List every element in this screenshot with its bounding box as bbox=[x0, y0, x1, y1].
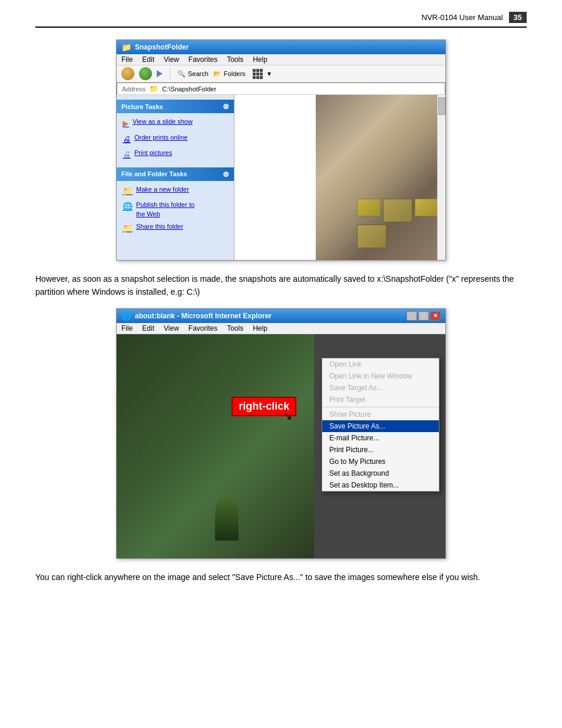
ctx-open-link[interactable]: Open Link bbox=[322, 358, 439, 370]
view-dropdown-icon[interactable]: ▾ bbox=[267, 70, 271, 78]
share-icon: 📁 bbox=[123, 223, 133, 235]
ctx-email-picture[interactable]: E-mail Picture... bbox=[322, 432, 439, 444]
back-button-icon[interactable] bbox=[121, 67, 134, 80]
ctx-show-picture[interactable]: Show Picture bbox=[322, 409, 439, 420]
menu-view[interactable]: View bbox=[164, 55, 179, 64]
plant-shape bbox=[215, 493, 239, 541]
print-icon: 🖨 bbox=[123, 149, 131, 161]
folder-titlebar-icon: 📁 bbox=[121, 42, 131, 52]
search-label: Search bbox=[188, 70, 209, 77]
box-3 bbox=[415, 199, 438, 216]
search-icon: 🔍 bbox=[177, 70, 186, 78]
explorer-titlebar: 📁 SnapshotFolder bbox=[117, 40, 445, 54]
publish-icon: 🌐 bbox=[123, 201, 133, 213]
scrollbar-thumb[interactable] bbox=[438, 97, 445, 115]
folders-icon: 📂 bbox=[213, 70, 222, 78]
ie-titlebar: 🌐 about:blank - Microsoft Internet Explo… bbox=[117, 309, 445, 323]
new-folder-icon: 📁 bbox=[123, 186, 133, 197]
address-folder-icon: 📁 bbox=[149, 84, 158, 93]
ie-window: 🌐 about:blank - Microsoft Internet Explo… bbox=[116, 308, 446, 559]
camera-feed bbox=[117, 334, 314, 558]
ie-body: right-click ↘ Open Link Open Link in New… bbox=[117, 334, 445, 558]
ie-menu-view[interactable]: View bbox=[164, 324, 179, 332]
ctx-set-background[interactable]: Set as Background bbox=[322, 467, 439, 479]
address-path[interactable]: C:\SnapshotFolder bbox=[162, 85, 216, 93]
ctx-open-link-new[interactable]: Open Link in New Window bbox=[322, 370, 439, 382]
view-icon[interactable] bbox=[253, 69, 263, 79]
ie-menu-file[interactable]: File bbox=[121, 324, 133, 332]
section-gap-1 bbox=[117, 163, 234, 167]
manual-title: NVR-0104 User Manual bbox=[422, 13, 503, 22]
folder-tasks-header: File and Folder Tasks ⊗ bbox=[117, 167, 234, 181]
explorer-menubar: File Edit View Favorites Tools Help bbox=[117, 54, 445, 65]
task-slideshow[interactable]: ▶ View as a slide show bbox=[117, 116, 234, 131]
explorer-photo bbox=[316, 95, 445, 260]
maximize-button[interactable]: □ bbox=[418, 311, 429, 321]
search-button[interactable]: 🔍 Search bbox=[177, 70, 209, 78]
folder-tasks-title: File and Folder Tasks bbox=[121, 170, 187, 177]
ie-icon: 🌐 bbox=[121, 311, 131, 321]
ie-window-controls: _ □ ✕ bbox=[406, 311, 441, 321]
menu-file[interactable]: File bbox=[121, 55, 133, 64]
task-new-folder-label: Make a new folder bbox=[136, 185, 189, 194]
ctx-go-my-pictures[interactable]: Go to My Pictures bbox=[322, 456, 439, 467]
picture-tasks-header: Picture Tasks ⊗ bbox=[117, 100, 234, 113]
explorer-sidebar: Picture Tasks ⊗ ▶ View as a slide show 🖨… bbox=[117, 95, 234, 260]
close-button[interactable]: ✕ bbox=[430, 311, 441, 321]
task-new-folder[interactable]: 📁 Make a new folder bbox=[117, 183, 234, 199]
page-header: NVR-0104 User Manual 35 bbox=[35, 12, 527, 28]
menu-help[interactable]: Help bbox=[253, 55, 267, 64]
task-print[interactable]: 🖨 Print pictures bbox=[117, 147, 234, 163]
minimize-button[interactable]: _ bbox=[406, 311, 417, 321]
task-order-label: Order prints online bbox=[134, 133, 188, 142]
ctx-save-target[interactable]: Save Target As... bbox=[322, 382, 439, 394]
body-paragraph-2: You can right-click anywhere on the imag… bbox=[35, 571, 527, 584]
task-slideshow-label: View as a slide show bbox=[133, 117, 193, 126]
body-paragraph-1: However, as soon as a snapshot selection… bbox=[35, 272, 527, 299]
folders-button[interactable]: 📂 Folders bbox=[213, 70, 246, 78]
address-bar: Address 📁 C:\SnapshotFolder bbox=[117, 83, 445, 95]
ie-menu-help[interactable]: Help bbox=[253, 324, 267, 332]
task-publish[interactable]: 🌐 Publish this folder tothe Web bbox=[117, 199, 234, 220]
toolbar-separator bbox=[170, 68, 170, 80]
explorer-toolbar: 🔍 Search 📂 Folders ▾ bbox=[117, 65, 445, 83]
explorer-window: 📁 SnapshotFolder File Edit View Favorite… bbox=[116, 39, 446, 261]
folders-label: Folders bbox=[224, 70, 246, 77]
ctx-set-desktop[interactable]: Set as Desktop Item... bbox=[322, 479, 439, 491]
ctx-sep-1 bbox=[322, 407, 439, 407]
menu-edit[interactable]: Edit bbox=[142, 55, 154, 64]
ctx-save-picture[interactable]: Save Picture As... bbox=[322, 420, 439, 432]
task-publish-label: Publish this folder tothe Web bbox=[136, 200, 194, 219]
ie-window-title: about:blank - Microsoft Internet Explore… bbox=[135, 312, 272, 320]
picture-tasks-title: Picture Tasks bbox=[121, 103, 163, 110]
ctx-print-target[interactable]: Print Target bbox=[322, 394, 439, 406]
folder-tasks-collapse[interactable]: ⊗ bbox=[223, 170, 229, 179]
ie-menu-edit[interactable]: Edit bbox=[142, 324, 154, 332]
explorer-window-title: SnapshotFolder bbox=[135, 43, 189, 51]
ie-menu-tools[interactable]: Tools bbox=[227, 324, 243, 332]
ie-menubar: File Edit View Favorites Tools Help bbox=[117, 323, 445, 334]
box-2 bbox=[383, 199, 412, 222]
ctx-print-picture[interactable]: Print Picture... bbox=[322, 444, 439, 456]
page-number: 35 bbox=[509, 12, 527, 23]
address-label: Address bbox=[122, 85, 146, 93]
cursor-arrow-icon: ↘ bbox=[283, 410, 292, 423]
task-share-label: Share this folder bbox=[136, 222, 183, 231]
task-order-prints[interactable]: 🖨 Order prints online bbox=[117, 131, 234, 147]
ie-menu-favorites[interactable]: Favorites bbox=[189, 324, 217, 332]
task-share[interactable]: 📁 Share this folder bbox=[117, 220, 234, 236]
order-prints-icon: 🖨 bbox=[123, 134, 131, 146]
picture-tasks-collapse[interactable]: ⊗ bbox=[223, 102, 229, 111]
context-menu: Open Link Open Link in New Window Save T… bbox=[322, 358, 439, 492]
photo-boxes bbox=[357, 199, 439, 248]
stop-button-icon[interactable] bbox=[139, 67, 152, 80]
vertical-scrollbar[interactable] bbox=[437, 95, 445, 260]
menu-tools[interactable]: Tools bbox=[227, 55, 243, 64]
forward-button-icon[interactable] bbox=[157, 70, 163, 77]
box-4 bbox=[357, 225, 386, 248]
explorer-body: Picture Tasks ⊗ ▶ View as a slide show 🖨… bbox=[117, 95, 445, 260]
box-1 bbox=[357, 199, 381, 216]
task-print-label: Print pictures bbox=[134, 149, 172, 157]
menu-favorites[interactable]: Favorites bbox=[189, 55, 217, 64]
slideshow-icon: ▶ bbox=[123, 118, 129, 130]
